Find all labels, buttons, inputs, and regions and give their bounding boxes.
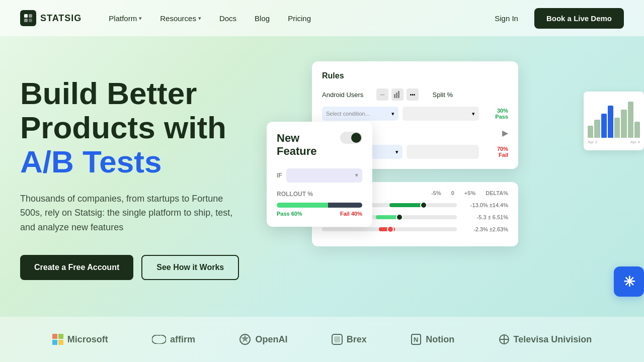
- rollout-section: ROLLOUT % Pass 60% Fail 40%: [277, 191, 362, 217]
- if-dropdown[interactable]: ▾: [286, 168, 362, 183]
- televisa-text: Televisa Univision: [514, 334, 592, 345]
- hero-subtext: Thousands of companies, from startups to…: [20, 192, 242, 235]
- fail-70: 70%: [497, 146, 508, 152]
- stats-card: Apr 2 Apr 4: [584, 92, 644, 150]
- bar-6: [621, 110, 626, 138]
- if-label: IF: [277, 172, 282, 179]
- bar-8: [634, 122, 640, 138]
- bar-2: [594, 120, 600, 138]
- asterisk-icon: ✳: [623, 274, 635, 290]
- bar-chart: [588, 98, 640, 138]
- bar-4: [608, 106, 613, 138]
- navbar: STATSIG Platform ▾ Resources ▾ Docs Blog…: [0, 0, 644, 36]
- hero-right: Rules Android Users ··· ••• Split %: [282, 61, 624, 317]
- svg-rect-7: [52, 334, 57, 339]
- delta-1: -13.0% ±14.4%: [463, 202, 508, 208]
- nav-link-docs[interactable]: Docs: [212, 10, 244, 27]
- metrics-row-3: -2.3% ±2.63%: [322, 226, 508, 232]
- android-rule-row: Android Users ··· ••• Split %: [322, 88, 508, 101]
- notion-text: Notion: [426, 334, 454, 345]
- asterisk-card[interactable]: ✳: [614, 266, 644, 297]
- rule-icons: ··· •••: [376, 88, 419, 101]
- nav-link-platform[interactable]: Platform ▾: [102, 10, 149, 27]
- toggle-thumb: [351, 133, 361, 143]
- brex-icon: [332, 334, 343, 345]
- rollout-title: ROLLOUT %: [277, 191, 362, 198]
- split-label: Split %: [423, 91, 453, 99]
- nav-actions: Sign In Book a Live Demo: [487, 8, 624, 29]
- hero-section: Build Better Products with A/B Tests Tho…: [0, 36, 644, 317]
- televisa-icon: [499, 334, 510, 345]
- svg-rect-2: [24, 19, 28, 22]
- svg-rect-9: [52, 340, 57, 345]
- if-row: IF ▾: [277, 168, 362, 183]
- hero-headline: Build Better Products with A/B Tests: [20, 76, 282, 179]
- logo-text: STATSIG: [40, 13, 82, 24]
- svg-rect-5: [396, 93, 397, 98]
- chevron-down-icon: ▾: [198, 15, 201, 22]
- bar-3: [601, 114, 607, 138]
- logos-section: Microsoft affirm OpenAI Brex N Notion: [0, 317, 644, 362]
- svg-text:N: N: [414, 336, 418, 343]
- fail-label: Fail: [499, 152, 508, 158]
- hero-buttons: Create a Free Account See How it Works: [20, 255, 282, 280]
- pass-30: 30%: [497, 108, 508, 114]
- menu-icon: ···: [376, 88, 388, 101]
- svg-rect-3: [29, 19, 32, 22]
- rules-title: Rules: [322, 71, 508, 80]
- svg-rect-8: [58, 334, 63, 339]
- openai-text: OpenAI: [255, 334, 287, 345]
- logo-icon: [20, 10, 36, 26]
- logo-televisa: Televisa Univision: [499, 334, 592, 345]
- feature-card-header: New Feature: [277, 132, 362, 158]
- pass-label: Pass: [495, 114, 508, 120]
- logo-brex: Brex: [332, 334, 367, 345]
- feature-title: New Feature: [277, 132, 340, 158]
- fail-bar: [328, 203, 362, 208]
- create-account-button[interactable]: Create a Free Account: [20, 255, 133, 280]
- svg-rect-10: [58, 340, 63, 345]
- rollout-labels: Pass 60% Fail 40%: [277, 211, 362, 217]
- affirm-text: affirm: [170, 334, 195, 345]
- logo[interactable]: STATSIG: [20, 10, 82, 26]
- pass-bar: [277, 203, 328, 208]
- nav-links: Platform ▾ Resources ▾ Docs Blog Pricing: [102, 10, 487, 27]
- header-delta: DELTA%: [486, 190, 508, 196]
- chart-icon: [391, 88, 404, 101]
- sign-in-button[interactable]: Sign In: [487, 10, 526, 27]
- toggle-track: [340, 132, 362, 144]
- bar-5: [614, 118, 620, 138]
- book-demo-button[interactable]: Book a Live Demo: [534, 8, 624, 29]
- bar-1: [588, 126, 593, 138]
- rollout-bar: [277, 203, 362, 208]
- metrics-bar-3: [322, 227, 457, 231]
- logo-microsoft: Microsoft: [52, 334, 108, 345]
- svg-rect-0: [24, 14, 28, 18]
- fail-pct: Fail 40%: [340, 211, 362, 217]
- rollout-bar-fill: [277, 203, 362, 208]
- logo-openai: OpenAI: [239, 333, 287, 345]
- nav-link-resources[interactable]: Resources ▾: [153, 10, 208, 27]
- affirm-icon: [152, 335, 166, 344]
- brex-text: Brex: [347, 334, 367, 345]
- header-minus5: -5%: [431, 190, 441, 196]
- svg-rect-13: [334, 336, 340, 342]
- feature-card: New Feature IF ▾ ROLLOUT %: [267, 122, 372, 227]
- see-how-button[interactable]: See How it Works: [141, 255, 239, 280]
- nav-link-blog[interactable]: Blog: [248, 10, 277, 27]
- delta-2: -5.3 ± 6.51%: [463, 214, 508, 220]
- chevron-down-icon: ▾: [139, 15, 142, 22]
- more-icon: •••: [407, 88, 419, 101]
- chevron-down-icon: ▾: [355, 172, 358, 178]
- svg-rect-6: [398, 91, 399, 98]
- hero-left: Build Better Products with A/B Tests Tho…: [20, 66, 282, 317]
- svg-rect-4: [394, 94, 395, 98]
- nav-link-pricing[interactable]: Pricing: [281, 10, 318, 27]
- microsoft-text: Microsoft: [67, 334, 108, 345]
- logo-affirm: affirm: [152, 334, 195, 345]
- delta-3: -2.3% ±2.63%: [463, 226, 508, 232]
- openai-icon: [239, 333, 251, 345]
- header-0: 0: [451, 190, 454, 196]
- microsoft-icon: [52, 334, 63, 345]
- feature-toggle[interactable]: [340, 132, 362, 144]
